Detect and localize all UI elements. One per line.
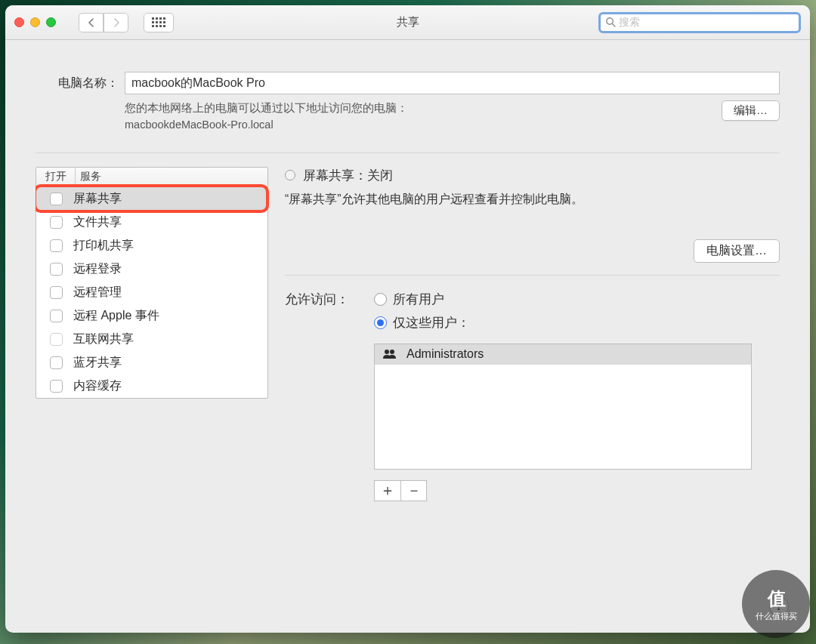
- detail-separator: [285, 275, 780, 276]
- computer-settings-button[interactable]: 电脑设置…: [694, 239, 780, 263]
- separator: [36, 153, 780, 153]
- sharing-preferences-window: 共享 搜索 电脑名称： macbook的MacBook Pro 您的本地网络上的…: [5, 5, 810, 633]
- checkbox-content-caching[interactable]: [50, 380, 63, 393]
- edit-button[interactable]: 编辑…: [722, 100, 780, 121]
- status-indicator-icon: [285, 170, 295, 180]
- add-user-button[interactable]: ＋: [374, 480, 400, 501]
- people-icon: [382, 349, 397, 359]
- show-all-button[interactable]: [144, 13, 174, 32]
- search-placeholder: 搜索: [619, 16, 640, 29]
- service-bluetooth-sharing[interactable]: 蓝牙共享: [36, 351, 267, 374]
- search-wrap: 搜索: [598, 12, 801, 33]
- minimize-window-button[interactable]: [30, 17, 40, 27]
- computer-name-desc-row: 您的本地网络上的电脑可以通过以下地址访问您的电脑： macbookdeMacBo…: [36, 100, 780, 134]
- search-input[interactable]: 搜索: [598, 12, 801, 33]
- service-remote-management[interactable]: 远程管理: [36, 281, 267, 304]
- content-area: 电脑名称： macbook的MacBook Pro 您的本地网络上的电脑可以通过…: [5, 40, 810, 633]
- radio-icon: [374, 316, 387, 329]
- radio-all-users[interactable]: 所有用户: [374, 291, 752, 308]
- user-row-administrators[interactable]: Administrators: [375, 344, 751, 365]
- checkbox-remote-management[interactable]: [50, 286, 63, 299]
- checkbox-bluetooth-sharing[interactable]: [50, 356, 63, 369]
- window-controls: [14, 17, 56, 27]
- service-list: 屏幕共享 文件共享 打印机共享 远程登录: [36, 187, 267, 398]
- close-window-button[interactable]: [14, 17, 24, 27]
- user-name: Administrators: [406, 347, 484, 361]
- user-list-buttons: ＋ －: [374, 480, 752, 501]
- column-service[interactable]: 服务: [76, 168, 267, 186]
- access-options: 所有用户 仅这些用户：: [374, 291, 752, 501]
- svg-point-3: [390, 350, 394, 354]
- back-button[interactable]: [79, 13, 104, 32]
- services-sidebar: 打开 服务 屏幕共享 文件共享: [36, 167, 268, 399]
- checkbox-internet-sharing: [50, 333, 63, 346]
- computer-name-input[interactable]: macbook的MacBook Pro: [125, 72, 780, 94]
- forward-button[interactable]: [104, 13, 128, 32]
- computer-name-description: 您的本地网络上的电脑可以通过以下地址访问您的电脑： macbookdeMacBo…: [125, 100, 722, 134]
- access-label: 允许访问：: [285, 291, 374, 308]
- checkbox-printer-sharing[interactable]: [50, 239, 63, 252]
- radio-only-users[interactable]: 仅这些用户：: [374, 314, 752, 331]
- zoom-window-button[interactable]: [46, 17, 56, 27]
- computer-name-label: 电脑名称：: [36, 75, 125, 91]
- remove-user-button[interactable]: －: [400, 480, 427, 501]
- service-remote-apple-events[interactable]: 远程 Apple 事件: [36, 304, 267, 328]
- nav-group: [79, 13, 128, 32]
- svg-point-2: [385, 350, 389, 354]
- status-row: 屏幕共享：关闭: [285, 167, 780, 184]
- radio-icon: [374, 293, 387, 306]
- service-printer-sharing[interactable]: 打印机共享: [36, 234, 267, 257]
- allowed-users-list[interactable]: Administrators: [374, 344, 752, 470]
- service-remote-login[interactable]: 远程登录: [36, 257, 267, 281]
- sidebar-header: 打开 服务: [36, 168, 267, 187]
- checkbox-file-sharing[interactable]: [50, 216, 63, 229]
- grid-icon: [152, 17, 165, 27]
- status-title: 屏幕共享：关闭: [303, 167, 393, 184]
- access-row: 允许访问： 所有用户 仅这些用户：: [285, 291, 780, 501]
- search-icon: [605, 17, 616, 29]
- service-screen-sharing[interactable]: 屏幕共享: [36, 187, 267, 211]
- service-file-sharing[interactable]: 文件共享: [36, 211, 267, 234]
- column-open[interactable]: 打开: [36, 168, 76, 186]
- svg-line-1: [612, 23, 615, 26]
- checkbox-screen-sharing[interactable]: [50, 193, 63, 205]
- service-content-caching[interactable]: 内容缓存: [36, 374, 267, 398]
- status-description: “屏幕共享”允许其他电脑的用户远程查看并控制此电脑。: [285, 192, 780, 208]
- computer-name-row: 电脑名称： macbook的MacBook Pro: [36, 72, 780, 94]
- titlebar: 共享 搜索: [5, 5, 810, 40]
- help-button[interactable]: ?: [769, 596, 789, 616]
- lower-area: 打开 服务 屏幕共享 文件共享: [36, 167, 780, 611]
- checkbox-remote-login[interactable]: [50, 263, 63, 276]
- computer-name-value: macbook的MacBook Pro: [131, 75, 265, 91]
- detail-pane: 屏幕共享：关闭 “屏幕共享”允许其他电脑的用户远程查看并控制此电脑。 电脑设置……: [285, 167, 780, 611]
- service-internet-sharing[interactable]: 互联网共享: [36, 328, 267, 351]
- checkbox-remote-apple-events[interactable]: [50, 310, 63, 322]
